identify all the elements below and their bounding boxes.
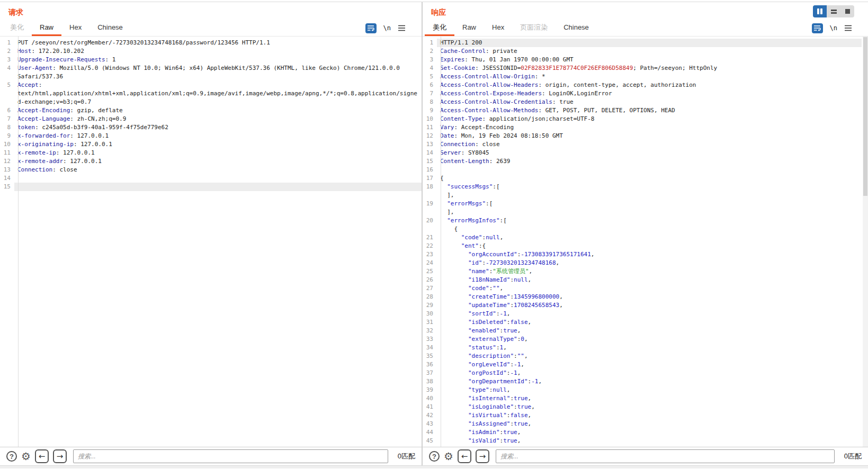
code-line: 1PUT /seeyon/rest/orgMember/-72730320132… (0, 39, 422, 47)
code-line: 16 (423, 166, 862, 174)
menu-icon[interactable] (844, 25, 852, 31)
line-number: 29 (423, 301, 437, 310)
line-number: 17 (423, 174, 437, 183)
code-line: 5Accept: text/html,application/xhtml+xml… (0, 81, 422, 106)
menu-icon[interactable] (398, 25, 406, 31)
code-line: 41 "isLoginable":true, (423, 403, 862, 411)
code-line: { (423, 225, 862, 233)
response-match-count: 0匹配 (844, 452, 862, 461)
word-wrap-icon (813, 25, 821, 31)
response-search-input[interactable] (496, 449, 835, 463)
code-line: 4User-Agent: Mozilla/5.0 (Windows NT 10.… (0, 64, 422, 81)
code-line: 21 "code":null, (423, 233, 862, 242)
line-number (423, 191, 437, 200)
word-wrap-toggle-button[interactable] (365, 23, 377, 33)
request-search-input[interactable] (73, 449, 388, 463)
line-number: 22 (423, 242, 437, 250)
line-number: 12 (0, 157, 14, 166)
split-vertical-icon (817, 8, 819, 14)
http-message-viewer: 请求 美化RawHexChinese \n (0, 2, 868, 468)
code-line: 42 "isVirtual":false, (423, 411, 862, 420)
line-number: 10 (0, 140, 14, 149)
tab-chinese[interactable]: Chinese (556, 20, 597, 36)
code-line: 7Accept-Language: zh-CN,zh;q=0.9 (0, 115, 422, 123)
line-number: 6 (423, 81, 437, 89)
line-number: 8 (423, 98, 437, 106)
vertical-scrollbar[interactable] (863, 37, 868, 447)
window-bottom-strip (0, 465, 868, 468)
code-line: 31 "isDeleted":false, (423, 318, 862, 327)
line-number: 6 (0, 106, 14, 115)
newline-display-toggle[interactable]: \n (383, 24, 391, 32)
split-vertical-layout-button[interactable] (813, 5, 827, 17)
find-previous-button[interactable]: ← (458, 449, 471, 463)
response-search-bar: ? ⚙ ← → 0匹配 (423, 447, 868, 465)
help-icon[interactable]: ? (429, 451, 440, 462)
word-wrap-toggle-button[interactable] (812, 23, 823, 33)
code-line: 34 "status":1, (423, 344, 862, 352)
tab-beautify[interactable]: 美化 (2, 20, 32, 36)
line-number: 39 (423, 386, 437, 394)
request-tabs: 美化RawHexChinese (0, 20, 131, 36)
line-number: 31 (423, 318, 437, 327)
line-number: 44 (423, 428, 437, 437)
code-line: 27 "code":"", (423, 284, 862, 293)
tab-beautify[interactable]: 美化 (425, 20, 454, 36)
split-horizontal-layout-button[interactable] (827, 5, 840, 17)
line-number: 19 (423, 200, 437, 208)
tab-page-render[interactable]: 页面渲染 (512, 20, 556, 36)
code-line: 4Set-Cookie: JSESSIONID=02F82833F1E78774… (423, 64, 862, 73)
newline-display-toggle[interactable]: \n (830, 24, 837, 32)
code-line: 20 "errorMsgInfos":[ (423, 217, 862, 225)
settings-gear-icon[interactable]: ⚙ (444, 451, 453, 462)
line-number: 5 (423, 73, 437, 81)
code-line: 14Server: SY8045 (423, 149, 862, 157)
find-previous-button[interactable]: ← (35, 449, 49, 463)
line-number: 16 (423, 166, 437, 174)
code-line: 39 "type":null, (423, 386, 862, 394)
response-panel: 响应 美化RawHex页面渲染Chinese (423, 2, 868, 465)
single-pane-layout-button[interactable] (840, 5, 854, 17)
find-next-button[interactable]: → (53, 449, 67, 463)
line-number: 11 (0, 149, 14, 157)
code-line: 11x-remote-ip: 127.0.0.1 (0, 149, 422, 157)
split-vertical-icon (820, 8, 822, 14)
code-line: 10Content-Type: application/json;charset… (423, 115, 862, 123)
code-line: 2Host: 172.20.10.202 (0, 47, 422, 56)
code-line: 29 "updateTime":1708245658543, (423, 301, 862, 310)
code-line: 3Upgrade-Insecure-Requests: 1 (0, 56, 422, 64)
request-code-lines: 1PUT /seeyon/rest/orgMember/-72730320132… (0, 37, 422, 191)
line-number: 28 (423, 293, 437, 301)
line-number: 43 (423, 420, 437, 428)
line-number: 36 (423, 360, 437, 369)
code-line: 36 "orgLevelId":-1, (423, 360, 862, 369)
line-number: 2 (0, 47, 14, 56)
line-number: 15 (423, 157, 437, 166)
request-editor[interactable]: 1PUT /seeyon/rest/orgMember/-72730320132… (0, 37, 422, 447)
code-line: 12Date: Mon, 19 Feb 2024 08:18:50 GMT (423, 132, 862, 140)
line-number: 41 (423, 403, 437, 411)
line-number: 8 (0, 123, 14, 132)
line-number: 37 (423, 369, 437, 377)
tab-chinese[interactable]: Chinese (90, 20, 131, 36)
find-next-button[interactable]: → (476, 449, 489, 463)
settings-gear-icon[interactable]: ⚙ (21, 451, 31, 462)
response-editor[interactable]: 1HTTP/1.1 2002Cache-Control: private3Exp… (423, 37, 868, 447)
request-panel-header: 请求 (0, 2, 422, 20)
line-number: 40 (423, 394, 437, 403)
scrollbar-thumb[interactable] (863, 37, 867, 196)
tab-raw[interactable]: Raw (454, 20, 484, 36)
line-number: 15 (0, 183, 14, 191)
line-number: 4 (0, 64, 14, 81)
help-icon[interactable]: ? (6, 451, 17, 462)
tab-hex[interactable]: Hex (484, 20, 512, 36)
tab-raw[interactable]: Raw (32, 20, 61, 36)
line-number: 32 (423, 327, 437, 335)
line-number (423, 208, 437, 217)
line-number: 13 (423, 140, 437, 149)
code-line: 19 "errorMsgs":[ (423, 200, 862, 208)
code-line: 13Connection: close (423, 140, 862, 149)
tab-hex[interactable]: Hex (61, 20, 90, 36)
response-panel-header: 响应 (423, 2, 868, 20)
code-line: 9Access-Control-Allow-Methods: GET, POST… (423, 106, 862, 115)
